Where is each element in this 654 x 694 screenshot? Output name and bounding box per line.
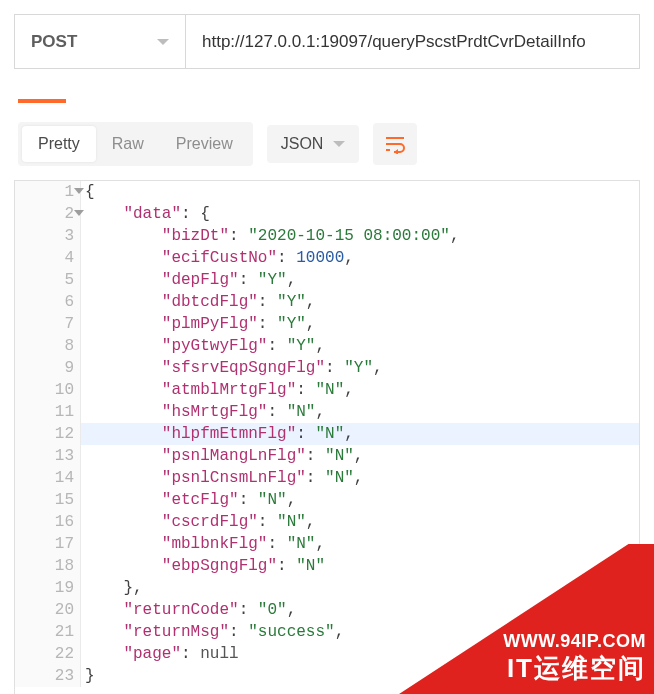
code-content: "ecifCustNo": 10000, [81,247,354,269]
line-number: 21 [15,621,81,643]
code-line[interactable]: 4 "ecifCustNo": 10000, [15,247,639,269]
line-number: 20 [15,599,81,621]
line-number: 13 [15,445,81,467]
line-number: 22 [15,643,81,665]
code-content: "plmPyFlg": "Y", [81,313,315,335]
code-content: "page": null [81,643,239,665]
code-content: }, [81,577,143,599]
body-view-tabs: Pretty Raw Preview [18,122,253,166]
line-number: 6 [15,291,81,313]
code-content: "hlpfmEtmnFlg": "N", [81,423,354,445]
code-line[interactable]: 13 "psnlMangLnFlg": "N", [15,445,639,467]
code-content: "bizDt": "2020-10-15 08:00:00", [81,225,459,247]
line-number: 2 [15,203,81,225]
wrap-icon [384,134,406,154]
line-number: 15 [15,489,81,511]
line-number: 11 [15,401,81,423]
line-number: 14 [15,467,81,489]
code-content: "pyGtwyFlg": "Y", [81,335,325,357]
line-number: 8 [15,335,81,357]
line-number: 7 [15,313,81,335]
line-number: 16 [15,511,81,533]
line-number: 5 [15,269,81,291]
code-content: "mblbnkFlg": "N", [81,533,325,555]
watermark-brand: IT运维空间 [507,651,646,686]
code-line[interactable]: 10 "atmblMrtgFlg": "N", [15,379,639,401]
tab-preview[interactable]: Preview [160,126,249,162]
line-number: 1 [15,181,81,203]
code-line[interactable]: 1{ [15,181,639,203]
code-content: } [81,665,95,687]
code-content: "psnlCnsmLnFlg": "N", [81,467,363,489]
code-content: "sfsrvEqpSgngFlg": "Y", [81,357,383,379]
code-content: "returnCode": "0", [81,599,296,621]
http-method-select[interactable]: POST [14,14,186,69]
chevron-down-icon [333,141,345,147]
watermark-site: WWW.94IP.COM [503,631,646,652]
tab-raw[interactable]: Raw [96,126,160,162]
line-number: 4 [15,247,81,269]
watermark: WWW.94IP.COM IT运维空间 [364,544,654,694]
line-number: 19 [15,577,81,599]
code-content: "data": { [81,203,210,225]
tab-pretty[interactable]: Pretty [22,126,96,162]
code-content: "atmblMrtgFlg": "N", [81,379,354,401]
code-line[interactable]: 14 "psnlCnsmLnFlg": "N", [15,467,639,489]
code-line[interactable]: 9 "sfsrvEqpSgngFlg": "Y", [15,357,639,379]
code-content: "etcFlg": "N", [81,489,296,511]
code-line[interactable]: 11 "hsMrtgFlg": "N", [15,401,639,423]
active-tab-indicator [18,99,66,103]
code-line[interactable]: 3 "bizDt": "2020-10-15 08:00:00", [15,225,639,247]
code-line[interactable]: 5 "depFlg": "Y", [15,269,639,291]
code-line[interactable]: 7 "plmPyFlg": "Y", [15,313,639,335]
code-content: "cscrdFlg": "N", [81,511,315,533]
wrap-lines-button[interactable] [373,123,417,165]
chevron-down-icon [157,39,169,45]
http-method-value: POST [31,32,77,52]
line-number: 12 [15,423,81,445]
code-line[interactable]: 2 "data": { [15,203,639,225]
code-content: "psnlMangLnFlg": "N", [81,445,363,467]
url-input[interactable] [186,14,640,69]
line-number: 10 [15,379,81,401]
line-number: 23 [15,665,81,687]
code-line[interactable]: 15 "etcFlg": "N", [15,489,639,511]
code-content: "dbtcdFlg": "Y", [81,291,315,313]
code-line[interactable]: 8 "pyGtwyFlg": "Y", [15,335,639,357]
code-content: "depFlg": "Y", [81,269,296,291]
content-type-value: JSON [281,135,324,153]
code-content: "hsMrtgFlg": "N", [81,401,325,423]
line-number: 17 [15,533,81,555]
line-number: 3 [15,225,81,247]
code-line[interactable]: 6 "dbtcdFlg": "Y", [15,291,639,313]
line-number: 18 [15,555,81,577]
code-content: "ebpSgngFlg": "N" [81,555,325,577]
fold-icon[interactable] [74,210,84,216]
fold-icon[interactable] [74,188,84,194]
code-line[interactable]: 12 "hlpfmEtmnFlg": "N", [15,423,639,445]
line-number: 9 [15,357,81,379]
code-line[interactable]: 16 "cscrdFlg": "N", [15,511,639,533]
code-content: "returnMsg": "success", [81,621,344,643]
content-type-select[interactable]: JSON [267,125,360,163]
